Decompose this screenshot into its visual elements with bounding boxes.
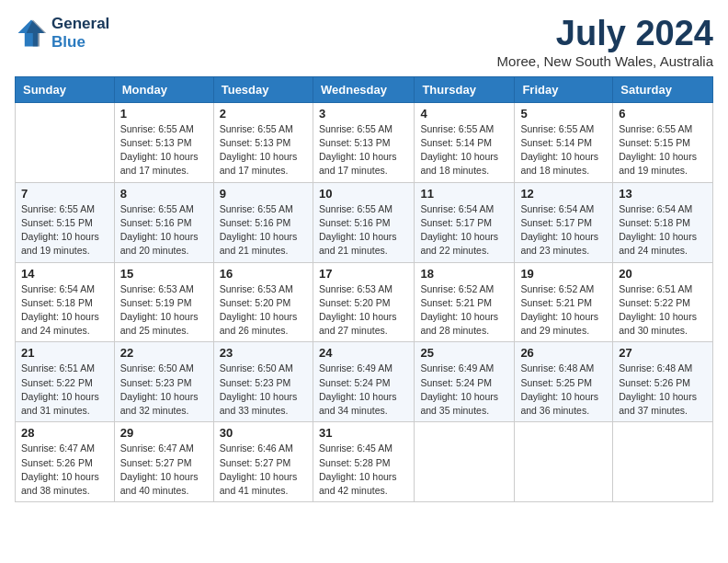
day-number: 29 — [120, 426, 208, 440]
week-row-1: 7Sunrise: 6:55 AMSunset: 5:15 PMDaylight… — [16, 182, 713, 262]
location-title: Moree, New South Wales, Australia — [497, 53, 713, 69]
day-info: Sunrise: 6:46 AMSunset: 5:27 PMDaylight:… — [220, 442, 307, 498]
page-header: General Blue July 2024 Moree, New South … — [15, 15, 713, 69]
day-info: Sunrise: 6:50 AMSunset: 5:23 PMDaylight:… — [220, 362, 307, 418]
day-info: Sunrise: 6:55 AMSunset: 5:15 PMDaylight:… — [619, 122, 707, 178]
calendar-cell: 17Sunrise: 6:53 AMSunset: 5:20 PMDayligh… — [313, 262, 414, 342]
calendar-cell: 12Sunrise: 6:54 AMSunset: 5:17 PMDayligh… — [515, 182, 613, 262]
calendar-cell: 30Sunrise: 6:46 AMSunset: 5:27 PMDayligh… — [213, 422, 313, 502]
week-row-3: 21Sunrise: 6:51 AMSunset: 5:22 PMDayligh… — [16, 342, 713, 422]
calendar-cell: 5Sunrise: 6:55 AMSunset: 5:14 PMDaylight… — [515, 102, 613, 182]
day-info: Sunrise: 6:55 AMSunset: 5:13 PMDaylight:… — [220, 122, 307, 178]
calendar-cell — [613, 422, 713, 502]
calendar-cell: 8Sunrise: 6:55 AMSunset: 5:16 PMDaylight… — [114, 182, 213, 262]
day-info: Sunrise: 6:47 AMSunset: 5:26 PMDaylight:… — [21, 442, 108, 498]
day-number: 19 — [520, 267, 607, 281]
day-number: 7 — [21, 187, 108, 201]
calendar-cell: 21Sunrise: 6:51 AMSunset: 5:22 PMDayligh… — [16, 342, 115, 422]
day-info: Sunrise: 6:55 AMSunset: 5:13 PMDaylight:… — [120, 122, 208, 178]
day-number: 5 — [520, 107, 607, 121]
day-number: 20 — [619, 267, 707, 281]
day-info: Sunrise: 6:52 AMSunset: 5:21 PMDaylight:… — [420, 282, 508, 339]
calendar-cell: 28Sunrise: 6:47 AMSunset: 5:26 PMDayligh… — [16, 422, 115, 502]
day-info: Sunrise: 6:50 AMSunset: 5:23 PMDaylight:… — [120, 362, 208, 418]
day-number: 30 — [220, 426, 307, 440]
calendar-cell: 15Sunrise: 6:53 AMSunset: 5:19 PMDayligh… — [114, 262, 213, 342]
calendar-cell: 16Sunrise: 6:53 AMSunset: 5:20 PMDayligh… — [213, 262, 313, 342]
calendar-cell: 2Sunrise: 6:55 AMSunset: 5:13 PMDaylight… — [213, 102, 313, 182]
day-number: 6 — [619, 107, 707, 121]
day-info: Sunrise: 6:55 AMSunset: 5:14 PMDaylight:… — [420, 122, 508, 178]
day-number: 14 — [21, 267, 108, 281]
title-area: July 2024 Moree, New South Wales, Austra… — [497, 15, 713, 69]
header-saturday: Saturday — [613, 76, 713, 102]
day-number: 17 — [319, 267, 408, 281]
calendar-cell: 13Sunrise: 6:54 AMSunset: 5:18 PMDayligh… — [613, 182, 713, 262]
calendar-cell: 29Sunrise: 6:47 AMSunset: 5:27 PMDayligh… — [114, 422, 213, 502]
calendar-cell — [415, 422, 515, 502]
day-info: Sunrise: 6:54 AMSunset: 5:18 PMDaylight:… — [619, 202, 707, 259]
day-info: Sunrise: 6:55 AMSunset: 5:16 PMDaylight:… — [319, 202, 408, 259]
day-info: Sunrise: 6:53 AMSunset: 5:20 PMDaylight:… — [319, 282, 408, 339]
logo-text: General Blue — [51, 15, 109, 52]
day-number: 11 — [420, 187, 508, 201]
calendar-cell: 4Sunrise: 6:55 AMSunset: 5:14 PMDaylight… — [415, 102, 515, 182]
day-info: Sunrise: 6:55 AMSunset: 5:15 PMDaylight:… — [21, 202, 108, 259]
day-number: 12 — [520, 187, 607, 201]
day-number: 2 — [220, 107, 307, 121]
calendar-cell: 23Sunrise: 6:50 AMSunset: 5:23 PMDayligh… — [213, 342, 313, 422]
calendar-cell: 18Sunrise: 6:52 AMSunset: 5:21 PMDayligh… — [415, 262, 515, 342]
day-number: 22 — [120, 346, 208, 360]
calendar-cell: 11Sunrise: 6:54 AMSunset: 5:17 PMDayligh… — [415, 182, 515, 262]
day-number: 3 — [319, 107, 408, 121]
day-info: Sunrise: 6:48 AMSunset: 5:25 PMDaylight:… — [520, 362, 607, 418]
day-info: Sunrise: 6:48 AMSunset: 5:26 PMDaylight:… — [619, 362, 707, 418]
calendar-cell: 25Sunrise: 6:49 AMSunset: 5:24 PMDayligh… — [415, 342, 515, 422]
day-number: 23 — [220, 346, 307, 360]
day-number: 25 — [420, 346, 508, 360]
header-sunday: Sunday — [16, 76, 115, 102]
calendar-cell: 24Sunrise: 6:49 AMSunset: 5:24 PMDayligh… — [313, 342, 414, 422]
day-info: Sunrise: 6:47 AMSunset: 5:27 PMDaylight:… — [120, 442, 208, 498]
calendar-cell: 31Sunrise: 6:45 AMSunset: 5:28 PMDayligh… — [313, 422, 414, 502]
calendar-cell: 20Sunrise: 6:51 AMSunset: 5:22 PMDayligh… — [613, 262, 713, 342]
day-number: 31 — [319, 426, 408, 440]
calendar-cell: 27Sunrise: 6:48 AMSunset: 5:26 PMDayligh… — [613, 342, 713, 422]
calendar-cell: 9Sunrise: 6:55 AMSunset: 5:16 PMDaylight… — [213, 182, 313, 262]
day-number: 13 — [619, 187, 707, 201]
day-info: Sunrise: 6:55 AMSunset: 5:16 PMDaylight:… — [120, 202, 208, 259]
header-thursday: Thursday — [415, 76, 515, 102]
month-title: July 2024 — [497, 15, 713, 53]
day-number: 15 — [120, 267, 208, 281]
day-info: Sunrise: 6:55 AMSunset: 5:13 PMDaylight:… — [319, 122, 408, 178]
week-row-2: 14Sunrise: 6:54 AMSunset: 5:18 PMDayligh… — [16, 262, 713, 342]
calendar-cell: 1Sunrise: 6:55 AMSunset: 5:13 PMDaylight… — [114, 102, 213, 182]
day-info: Sunrise: 6:51 AMSunset: 5:22 PMDaylight:… — [21, 362, 108, 418]
day-info: Sunrise: 6:55 AMSunset: 5:16 PMDaylight:… — [220, 202, 307, 259]
day-number: 21 — [21, 346, 108, 360]
logo: General Blue — [15, 15, 109, 52]
calendar-cell: 10Sunrise: 6:55 AMSunset: 5:16 PMDayligh… — [313, 182, 414, 262]
day-info: Sunrise: 6:51 AMSunset: 5:22 PMDaylight:… — [619, 282, 707, 339]
day-number: 10 — [319, 187, 408, 201]
header-monday: Monday — [114, 76, 213, 102]
week-row-0: 1Sunrise: 6:55 AMSunset: 5:13 PMDaylight… — [16, 102, 713, 182]
day-info: Sunrise: 6:55 AMSunset: 5:14 PMDaylight:… — [520, 122, 607, 178]
calendar-cell: 6Sunrise: 6:55 AMSunset: 5:15 PMDaylight… — [613, 102, 713, 182]
calendar-cell: 19Sunrise: 6:52 AMSunset: 5:21 PMDayligh… — [515, 262, 613, 342]
day-number: 27 — [619, 346, 707, 360]
day-number: 4 — [420, 107, 508, 121]
calendar-cell: 14Sunrise: 6:54 AMSunset: 5:18 PMDayligh… — [16, 262, 115, 342]
day-number: 24 — [319, 346, 408, 360]
day-info: Sunrise: 6:53 AMSunset: 5:19 PMDaylight:… — [120, 282, 208, 339]
day-info: Sunrise: 6:49 AMSunset: 5:24 PMDaylight:… — [319, 362, 408, 418]
day-info: Sunrise: 6:54 AMSunset: 5:18 PMDaylight:… — [21, 282, 108, 339]
calendar-header-row: SundayMondayTuesdayWednesdayThursdayFrid… — [16, 76, 713, 102]
day-info: Sunrise: 6:54 AMSunset: 5:17 PMDaylight:… — [520, 202, 607, 259]
day-info: Sunrise: 6:53 AMSunset: 5:20 PMDaylight:… — [220, 282, 307, 339]
day-info: Sunrise: 6:49 AMSunset: 5:24 PMDaylight:… — [420, 362, 508, 418]
day-number: 9 — [220, 187, 307, 201]
calendar-cell — [16, 102, 115, 182]
day-number: 1 — [120, 107, 208, 121]
day-info: Sunrise: 6:52 AMSunset: 5:21 PMDaylight:… — [520, 282, 607, 339]
